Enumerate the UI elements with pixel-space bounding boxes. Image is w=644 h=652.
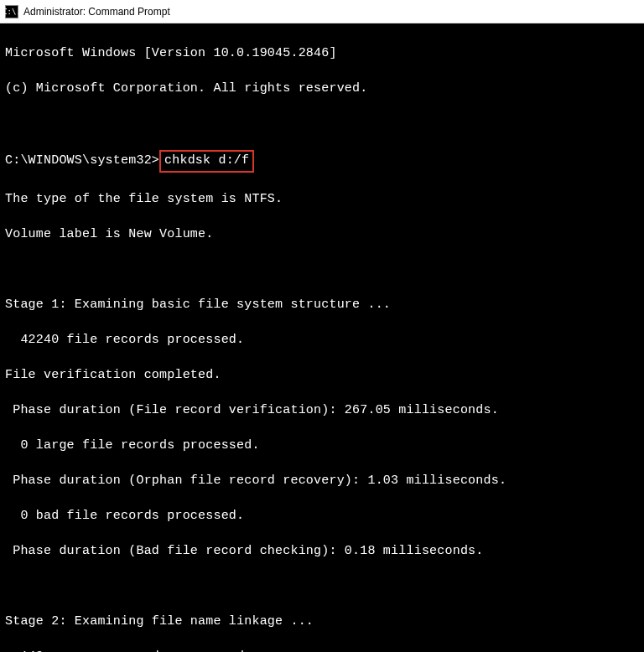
line-vol-label: Volume label is New Volume. [5,225,639,243]
stage1-line: File verification completed. [5,366,639,384]
line-copyright: (c) Microsoft Corporation. All rights re… [5,80,639,97]
command-highlight: chkdsk d:/f [159,150,254,173]
window-title: Administrator: Command Prompt [23,6,170,18]
window-titlebar: C:\. Administrator: Command Prompt [0,0,644,23]
cmd-icon: C:\. [5,5,18,18]
stage1-line: Phase duration (File record verification… [5,401,639,419]
stage1-line: 0 large file records processed. [5,437,639,454]
stage1-line: Phase duration (Bad file record checking… [5,542,639,560]
stage1-line: 42240 file records processed. [5,331,639,349]
line-fs-type: The type of the file system is NTFS. [5,190,639,208]
stage1-line: 0 bad file records processed. [5,507,639,525]
terminal-output[interactable]: Microsoft Windows [Version 10.0.19045.28… [0,23,644,652]
stage1-header: Stage 1: Examining basic file system str… [5,296,639,313]
line-version: Microsoft Windows [Version 10.0.19045.28… [5,44,639,62]
stage2-line: 149 reparse records processed. [5,648,639,652]
prompt-path: C:\WINDOWS\system32> [5,153,159,168]
stage1-line: Phase duration (Orphan file record recov… [5,472,639,489]
prompt-line: C:\WINDOWS\system32>chkdsk d:/f [5,150,639,173]
stage2-header: Stage 2: Examining file name linkage ... [5,613,639,630]
